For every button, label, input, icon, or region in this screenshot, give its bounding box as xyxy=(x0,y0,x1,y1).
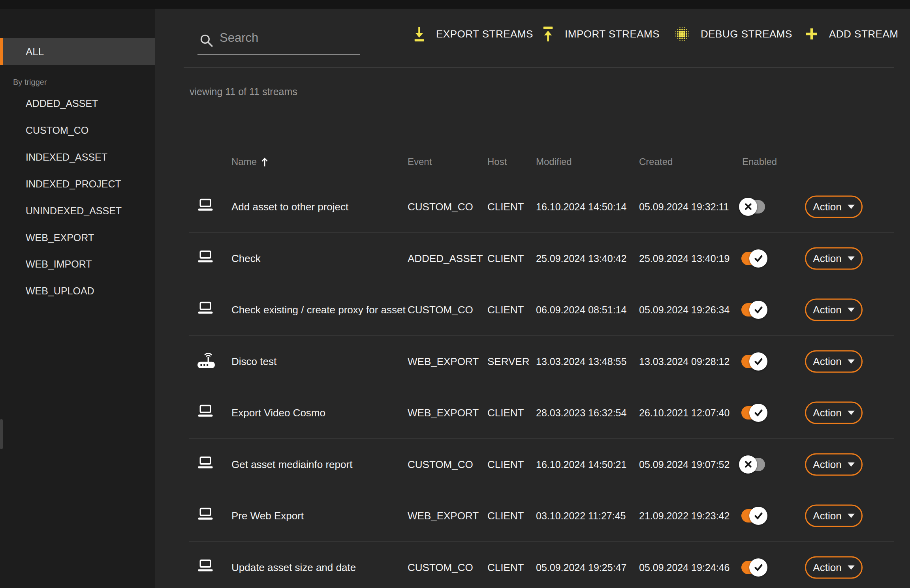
caret-down-icon xyxy=(848,462,855,466)
sidebar-item-web_export[interactable]: WEB_EXPORT xyxy=(26,231,94,244)
stream-name: Add asset to other project xyxy=(231,200,348,213)
sidebar-item-all[interactable]: ALL xyxy=(0,38,155,65)
action-button[interactable]: Action xyxy=(805,195,863,218)
search-input[interactable] xyxy=(197,24,360,55)
stream-name: Disco test xyxy=(231,355,276,367)
column-header-enabled[interactable]: Enabled xyxy=(742,153,777,170)
export-streams-button[interactable]: EXPORT STREAMS xyxy=(413,25,533,43)
action-cell: Action xyxy=(805,556,863,579)
enabled-toggle[interactable] xyxy=(741,561,765,574)
enabled-cell xyxy=(741,458,765,471)
main-content: EXPORT STREAMS IMPORT STREAMSDEBUG STREA… xyxy=(155,9,910,588)
enabled-toggle[interactable] xyxy=(741,458,765,471)
enabled-toggle[interactable] xyxy=(741,303,765,316)
action-button[interactable]: Action xyxy=(805,350,863,373)
column-header-event[interactable]: Event xyxy=(408,153,432,170)
check-icon xyxy=(749,249,767,268)
stream-host: CLIENT xyxy=(487,252,524,264)
action-button[interactable]: Action xyxy=(805,298,863,321)
enabled-cell xyxy=(741,252,765,265)
action-button-label: Action xyxy=(813,561,841,573)
stream-name: Export Video Cosmo xyxy=(231,406,325,419)
laptop-icon xyxy=(197,455,214,473)
sidebar-item-custom_co[interactable]: CUSTOM_CO xyxy=(26,124,88,137)
table-header: Name Event Host Modified Created Enabled xyxy=(155,153,910,170)
sidebar-item-web_import[interactable]: WEB_IMPORT xyxy=(26,257,92,271)
stream-created: 05.09.2024 19:07:52 xyxy=(639,459,730,470)
enabled-toggle[interactable] xyxy=(741,200,765,213)
table-row: Pre Web ExportWEB_EXPORTCLIENT03.10.2022… xyxy=(155,490,910,541)
laptop-icon xyxy=(197,404,214,421)
table-row: Get asset mediainfo reportCUSTOM_COCLIEN… xyxy=(155,438,910,490)
action-button[interactable]: Action xyxy=(805,247,863,270)
stream-modified: 05.09.2024 19:25:47 xyxy=(536,562,626,573)
action-button[interactable]: Action xyxy=(805,453,863,476)
stream-host: CLIENT xyxy=(487,561,524,573)
sidebar-item-unindexed_asset[interactable]: UNINDEXED_ASSET xyxy=(26,204,122,217)
row-divider xyxy=(189,490,894,490)
column-header-name[interactable]: Name xyxy=(231,153,269,170)
stream-host: CLIENT xyxy=(487,509,524,522)
toolbar-divider xyxy=(184,67,894,68)
stream-modified: 13.03.2024 13:48:55 xyxy=(536,356,626,367)
stream-host: CLIENT xyxy=(487,406,524,419)
column-header-created[interactable]: Created xyxy=(639,153,673,170)
toolbar-button-label: DEBUG STREAMS xyxy=(701,28,792,40)
table-row: Export Video CosmoWEB_EXPORTCLIENT28.03.… xyxy=(155,387,910,438)
stream-host: CLIENT xyxy=(487,303,524,316)
debug-streams-button[interactable]: DEBUG STREAMS xyxy=(674,25,792,43)
stream-created: 05.09.2024 19:24:46 xyxy=(639,562,730,573)
stream-modified: 16.10.2024 14:50:21 xyxy=(536,459,626,470)
column-header-host[interactable]: Host xyxy=(487,153,507,170)
action-button[interactable]: Action xyxy=(805,504,863,527)
top-strip xyxy=(0,0,910,9)
stream-host: CLIENT xyxy=(487,200,524,213)
enabled-cell xyxy=(741,355,765,368)
stream-host: SERVER xyxy=(487,355,529,367)
action-cell: Action xyxy=(805,298,863,321)
row-divider xyxy=(189,335,894,336)
arrow-up-icon xyxy=(261,157,269,167)
enabled-cell xyxy=(741,200,765,213)
row-divider xyxy=(189,387,894,387)
import-streams-button[interactable]: IMPORT STREAMS xyxy=(541,25,660,43)
table-row: Update asset size and dateCUSTOM_COCLIEN… xyxy=(155,541,910,588)
stream-name: Check existing / create proxy for asset xyxy=(231,303,406,316)
enabled-toggle[interactable] xyxy=(741,406,765,419)
add-stream-button[interactable]: ADD STREAM xyxy=(805,25,898,43)
caret-down-icon xyxy=(848,307,855,312)
check-icon xyxy=(749,507,767,525)
halftone-dots-icon xyxy=(674,26,690,42)
check-icon xyxy=(749,352,767,371)
sidebar-item-indexed_project[interactable]: INDEXED_PROJECT xyxy=(26,177,121,191)
enabled-toggle[interactable] xyxy=(741,252,765,265)
enabled-toggle[interactable] xyxy=(741,355,765,368)
enabled-cell xyxy=(741,509,765,522)
stream-modified: 03.10.2022 11:27:45 xyxy=(536,510,626,521)
stream-event: CUSTOM_CO xyxy=(408,303,473,316)
caret-down-icon xyxy=(848,359,855,363)
router-icon xyxy=(197,351,216,371)
action-button-label: Action xyxy=(813,406,841,419)
enabled-toggle[interactable] xyxy=(741,509,765,522)
laptop-icon xyxy=(197,198,214,215)
sidebar-item-added_asset[interactable]: ADDED_ASSET xyxy=(26,97,98,110)
row-divider xyxy=(189,438,894,439)
stream-created: 26.10.2021 12:07:40 xyxy=(639,407,730,418)
laptop-icon xyxy=(197,249,214,267)
stream-event: ADDED_ASSET xyxy=(408,252,483,264)
sidebar-item-web_upload[interactable]: WEB_UPLOAD xyxy=(26,284,94,298)
sidebar-item-all-label: ALL xyxy=(26,46,44,58)
row-divider xyxy=(189,541,894,542)
action-button[interactable]: Action xyxy=(805,401,863,424)
sidebar-scrollbar-thumb[interactable] xyxy=(0,419,3,449)
sidebar-item-indexed_asset[interactable]: INDEXED_ASSET xyxy=(26,150,107,164)
table-row: Check existing / create proxy for assetC… xyxy=(155,284,910,335)
action-button[interactable]: Action xyxy=(805,556,863,579)
column-header-modified[interactable]: Modified xyxy=(536,153,572,170)
stream-created: 13.03.2024 09:28:12 xyxy=(639,356,730,367)
stream-created: 05.09.2024 19:26:34 xyxy=(639,304,730,315)
table-row: Disco testWEB_EXPORTSERVER13.03.2024 13:… xyxy=(155,335,910,387)
check-icon xyxy=(749,404,767,422)
x-icon xyxy=(739,455,757,474)
